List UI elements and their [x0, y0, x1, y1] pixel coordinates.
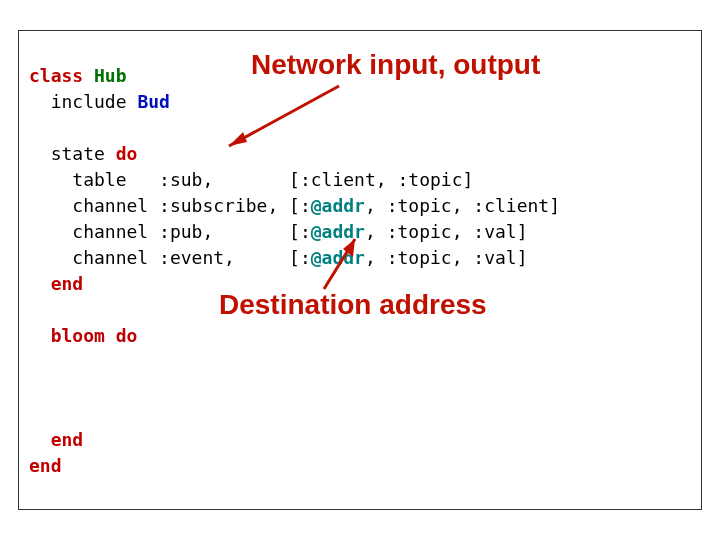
slide-frame: class Hub include Bud state do table :su…: [18, 30, 702, 510]
arrow-destination-to-addr-icon: [19, 31, 719, 531]
